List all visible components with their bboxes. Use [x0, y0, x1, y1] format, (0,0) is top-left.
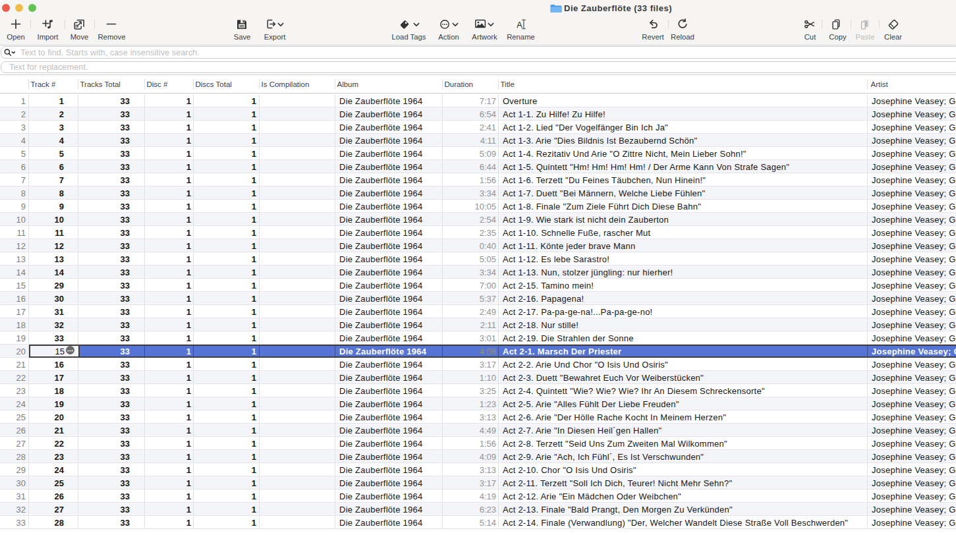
- svg-text:A: A: [517, 20, 522, 30]
